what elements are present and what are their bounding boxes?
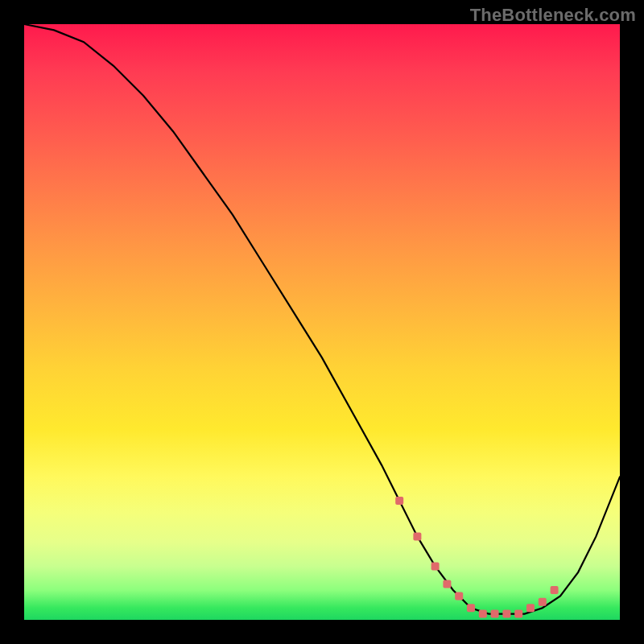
watermark-text: TheBottleneck.com (470, 5, 636, 26)
marker-point (491, 610, 499, 618)
bottleneck-curve (24, 24, 620, 614)
plot-area (24, 24, 620, 620)
marker-point (467, 604, 475, 612)
marker-point (551, 586, 559, 594)
curve-layer (24, 24, 620, 620)
marker-point (431, 562, 440, 570)
marker-point (539, 598, 547, 606)
chart-frame: TheBottleneck.com (0, 0, 644, 644)
marker-point (479, 610, 487, 618)
marker-point (395, 497, 403, 505)
marker-point (502, 610, 510, 618)
highlight-markers (395, 497, 558, 618)
marker-point (455, 592, 463, 600)
marker-point (526, 604, 535, 612)
marker-point (443, 580, 451, 588)
marker-point (413, 532, 421, 540)
marker-point (514, 610, 522, 618)
